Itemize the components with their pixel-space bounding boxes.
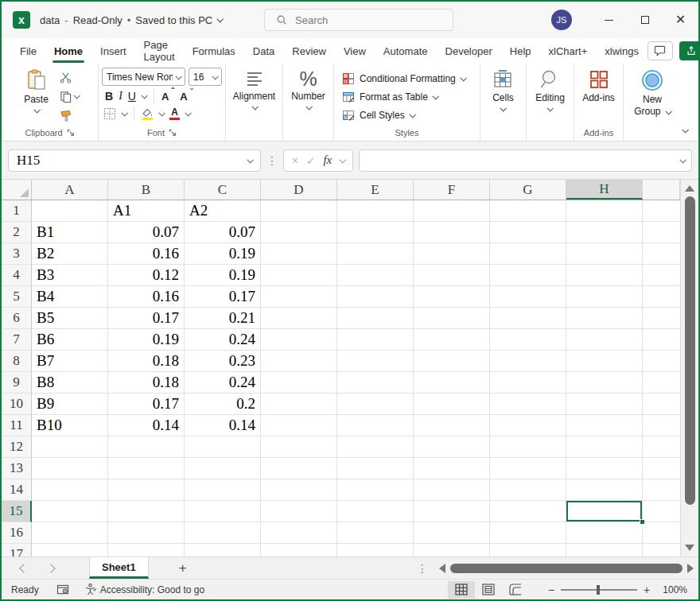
cells-button[interactable]: Cells (487, 68, 519, 126)
row-header-6[interactable]: 6 (2, 308, 32, 329)
cell-F17[interactable] (414, 544, 490, 556)
cell-B8[interactable]: 0.18 (108, 351, 185, 372)
ribbon-tab-file[interactable]: File (11, 38, 45, 64)
cell-E6[interactable] (337, 308, 414, 329)
cell-D4[interactable] (261, 265, 337, 286)
cell-H1[interactable] (566, 200, 643, 222)
cell-C8[interactable]: 0.23 (185, 351, 261, 372)
formula-expand-chevron-icon[interactable] (679, 157, 686, 163)
row-header-13[interactable]: 13 (2, 458, 32, 479)
bold-button[interactable]: B (105, 90, 113, 103)
cell-C13[interactable] (185, 458, 261, 479)
cell-G5[interactable] (490, 286, 566, 308)
borders-chevron-down-icon[interactable] (121, 110, 127, 116)
cell-F16[interactable] (414, 522, 490, 544)
vertical-scrollbar[interactable] (680, 180, 698, 556)
cell-C10[interactable]: 0.2 (185, 394, 261, 415)
cell-F10[interactable] (414, 394, 490, 415)
row-header-1[interactable]: 1 (2, 200, 32, 222)
ribbon-tab-automate[interactable]: Automate (375, 38, 437, 64)
row-header-15[interactable]: 15 (2, 501, 32, 522)
cell-H17[interactable] (566, 544, 643, 556)
fill-handle[interactable] (640, 519, 645, 525)
cell-A2[interactable]: B1 (32, 222, 108, 243)
cell-C12[interactable] (185, 436, 261, 458)
cell-I4-partial[interactable] (643, 265, 680, 286)
insert-function-icon[interactable]: fx (323, 153, 332, 167)
conditional-formatting-button[interactable]: Conditional Formatting (339, 70, 469, 87)
cell-I1-partial[interactable] (643, 200, 680, 222)
italic-button[interactable]: I (119, 90, 122, 103)
row-header-11[interactable]: 11 (2, 415, 32, 436)
row-header-5[interactable]: 5 (2, 286, 32, 308)
cell-A8[interactable]: B7 (32, 351, 108, 372)
cell-C11[interactable]: 0.14 (185, 415, 261, 436)
new-group-button[interactable]: New Group (628, 68, 676, 126)
cell-D17[interactable] (261, 544, 337, 556)
ribbon-tab-page-layout[interactable]: Page Layout (135, 38, 184, 64)
cell-H8[interactable] (566, 351, 643, 372)
column-header-I-partial[interactable]: I (643, 180, 680, 200)
zoom-slider[interactable]: − + (548, 584, 650, 596)
cell-I6-partial[interactable] (643, 308, 680, 329)
cell-C16[interactable] (185, 522, 261, 544)
number-button[interactable]: % Number (286, 68, 331, 126)
cell-E14[interactable] (337, 479, 414, 501)
cell-A4[interactable]: B3 (32, 265, 108, 286)
cell-H3[interactable] (566, 243, 643, 265)
cell-F4[interactable] (414, 265, 490, 286)
cell-C7[interactable]: 0.24 (185, 329, 261, 351)
cancel-formula-icon[interactable]: × (292, 154, 298, 167)
cell-F9[interactable] (414, 372, 490, 394)
cell-F12[interactable] (414, 436, 490, 458)
ribbon-tab-view[interactable]: View (335, 38, 375, 64)
cell-A12[interactable] (32, 436, 108, 458)
page-break-preview-button[interactable] (502, 581, 529, 599)
cell-A5[interactable]: B4 (32, 286, 108, 308)
cell-E13[interactable] (337, 458, 414, 479)
collapse-ribbon-chevron-icon[interactable] (682, 126, 688, 133)
normal-view-button[interactable] (448, 581, 475, 599)
cell-I8-partial[interactable] (643, 351, 680, 372)
cell-A15[interactable] (32, 501, 108, 522)
column-header-E[interactable]: E (337, 180, 414, 200)
scroll-left-icon[interactable] (439, 564, 445, 573)
cell-F8[interactable] (414, 351, 490, 372)
column-header-F[interactable]: F (414, 180, 490, 200)
next-sheet-icon[interactable] (46, 564, 55, 572)
column-header-B[interactable]: B (108, 180, 185, 200)
cell-F3[interactable] (414, 243, 490, 265)
cell-D3[interactable] (261, 243, 337, 265)
cell-B4[interactable]: 0.12 (108, 265, 185, 286)
cell-F15[interactable] (414, 501, 490, 522)
cell-A10[interactable]: B9 (32, 394, 108, 415)
scroll-up-icon[interactable] (685, 185, 694, 192)
sheetbar-options-icon[interactable]: ⋮ (417, 562, 428, 575)
avatar[interactable]: JS (551, 10, 572, 30)
cell-D15[interactable] (261, 501, 337, 522)
copy-button[interactable] (57, 88, 81, 104)
vertical-scroll-thumb[interactable] (685, 196, 695, 505)
column-header-A[interactable]: A (32, 180, 108, 200)
cell-C17[interactable] (185, 544, 261, 556)
cell-E1[interactable] (337, 200, 414, 222)
cell-E2[interactable] (337, 222, 414, 243)
cell-G2[interactable] (490, 222, 566, 243)
row-header-7[interactable]: 7 (2, 329, 32, 351)
cell-E15[interactable] (337, 501, 414, 522)
cell-H12[interactable] (566, 436, 643, 458)
cell-H14[interactable] (566, 479, 643, 501)
cell-B3[interactable]: 0.16 (108, 243, 185, 265)
enter-formula-icon[interactable]: ✓ (306, 154, 316, 167)
cell-A1[interactable] (32, 200, 108, 222)
accessibility-status[interactable]: Accessibility: Good to go (85, 584, 204, 595)
cell-E5[interactable] (337, 286, 414, 308)
cell-E8[interactable] (337, 351, 414, 372)
cell-E12[interactable] (337, 436, 414, 458)
row-header-9[interactable]: 9 (2, 372, 32, 394)
horizontal-scroll-thumb[interactable] (450, 564, 682, 573)
column-header-G[interactable]: G (490, 180, 566, 200)
cell-B7[interactable]: 0.19 (108, 329, 185, 351)
cell-G17[interactable] (490, 544, 566, 556)
cell-E3[interactable] (337, 243, 414, 265)
